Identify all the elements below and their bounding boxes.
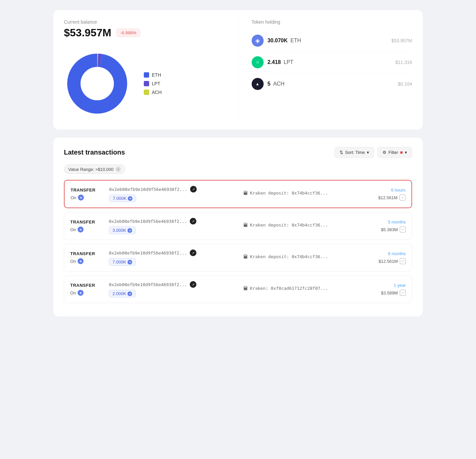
transactions-header: Latest transactions ⇅ Sort: Time ▾ ⚙ Fil… [64,147,412,158]
tx-row-0[interactable]: TRANSFER On ◈ 0x2eb08efb9e10d9f56e46938f… [64,180,412,208]
tx-row-1[interactable]: TRANSFER On ◈ 0x2eb08efb9e10d9f56e46938f… [64,212,412,240]
eth-chain-icon-1: ◈ [78,227,84,232]
lpt-amount: 2.418 LPT [268,59,395,65]
tx-controls: ⇅ Sort: Time ▾ ⚙ Filter ▾ [335,147,412,158]
balance-label: Current balance [64,19,225,25]
eth-chain-icon-2: ◈ [78,258,84,264]
kraken-icon-3: 🏛 [243,286,248,291]
tx-time-3: 1 year [372,283,406,288]
legend-lpt: LPT [144,81,162,86]
eth-amount-icon-2: ◈ [127,260,132,264]
holding-lpt: ⁞⁞ 2.418 LPT $11.316 [252,52,412,73]
filter-chip-label: Value Range: >$10,000 [68,167,114,172]
filter-button[interactable]: ⚙ Filter ▾ [377,147,412,158]
legend-ach: ACH [144,90,162,95]
tx-middle-3: 0x2eb08efb9e10d9f56e46938f2... ↗ 2.000K … [104,281,238,297]
tx-type-0: TRANSFER [71,188,104,193]
sort-icon: ⇅ [340,150,343,155]
kraken-icon-1: 🏛 [243,223,248,228]
filter-active-dot [400,151,403,154]
eth-amount-icon-3: ◈ [127,291,132,296]
filter-chip[interactable]: Value Range: >$10,000 × [64,165,125,174]
tx-middle-0: 0x2eb08efb9e10d9f56e46938f2... ↗ 7.000K … [104,186,238,202]
tx-arrow-icon-3: ↗ [190,281,196,288]
tx-right-3: 1 year $3.589M ↗ [372,283,406,296]
ach-amount: 5 ACH [268,81,398,87]
tx-amount-badge-3: 2.000K ◈ [109,290,136,297]
balance-amount: $53.957M [64,27,111,39]
tx-from-hash-1: 0x2eb08efb9e10d9f56e46938f2... [109,219,187,224]
tx-right-2: 8 months $12.561M ↗ [372,251,406,264]
external-link-icon-0[interactable]: ↗ [399,195,405,201]
tx-time-2: 8 months [372,251,406,256]
eth-legend-label: ETH [152,72,161,78]
tx-left-0: TRANSFER On ◈ [71,188,104,201]
tx-row-2[interactable]: TRANSFER On ◈ 0x2eb08efb9e10d9f56e46938f… [64,244,412,271]
tx-dest-label-0: Kraken deposit: 0x74b4ccf36... [250,191,328,196]
tx-usd-row-1: $5.383M ↗ [372,227,406,232]
donut-chart [64,50,130,117]
tx-dest-label-2: Kraken deposit: 0x74b4ccf36... [250,254,328,259]
lpt-legend-label: LPT [152,81,160,86]
tx-dest-3: 🏛 Kraken: 0xf0cad61712fc28f07... [238,286,372,293]
tx-right-1: 5 months $5.383M ↗ [372,220,406,232]
external-link-icon-3[interactable]: ↗ [400,290,406,296]
filter-chevron-icon: ▾ [405,150,407,155]
tx-usd-value-3: $3.589M [381,290,398,295]
eth-chain-icon-0: ◈ [78,195,84,201]
filter-icon: ⚙ [382,150,386,155]
tx-hash-row-2: 0x2eb08efb9e10d9f56e46938f2... ↗ [109,249,233,256]
tx-dest-1: 🏛 Kraken deposit: 0x74b4ccf36... [238,223,372,230]
tx-row-3[interactable]: TRANSFER On ◈ 0x2eb08efb9e10d9f56e46938f… [64,275,412,303]
eth-amount-icon-1: ◈ [127,228,132,233]
tx-from-hash-0: 0x2eb08efb9e10d9f56e46938f2... [109,187,187,192]
tx-dest-2: 🏛 Kraken deposit: 0x74b4ccf36... [238,254,372,261]
tx-dest-0: 🏛 Kraken deposit: 0x74b4ccf36... [238,191,372,198]
tx-usd-row-2: $12.561M ↗ [372,258,406,264]
tx-amount-row-0: 7.000K ◈ [109,195,233,202]
sort-button[interactable]: ⇅ Sort: Time ▾ [335,147,374,158]
ach-symbol: ACH [273,81,285,87]
tx-arrow-icon-0: ↗ [190,186,197,193]
tx-arrow-icon-2: ↗ [190,249,196,256]
tx-chain-label-0: On [71,195,76,200]
tx-chain-label-3: On [70,290,76,295]
tx-left-1: TRANSFER On ◈ [70,220,104,232]
eth-token-icon: ◈ [252,35,264,47]
ach-color-dot [144,90,149,95]
kraken-icon-0: 🏛 [243,191,248,196]
tx-chain-1: On ◈ [70,227,104,232]
tx-arrow-icon-1: ↗ [190,218,196,225]
tx-amount-badge-0: 7.000K ◈ [109,195,136,202]
tx-middle-2: 0x2eb08efb9e10d9f56e46938f2... ↗ 7.000K … [104,249,238,266]
eth-chain-icon-3: ◈ [78,290,84,296]
tx-dest-label-3: Kraken: 0xf0cad61712fc28f07... [250,286,328,291]
tx-hash-row-1: 0x2eb08efb9e10d9f56e46938f2... ↗ [109,218,233,225]
tx-hash-row-3: 0x2eb08efb9e10d9f56e46938f2... ↗ [109,281,233,288]
tx-from-hash-2: 0x2eb08efb9e10d9f56e46938f2... [109,250,187,255]
ach-token-icon: ▲ [252,78,264,90]
external-link-icon-2[interactable]: ↗ [400,258,406,264]
tx-type-3: TRANSFER [70,283,104,288]
tx-type-2: TRANSFER [70,251,104,256]
filter-chip-close-icon[interactable]: × [116,167,121,172]
kraken-icon-2: 🏛 [243,254,248,259]
tx-amount-badge-2: 7.000K ◈ [109,258,136,266]
chart-area: ETH LPT ACH [64,47,225,120]
eth-symbol: ETH [290,38,301,43]
tx-chain-label-1: On [70,227,76,232]
tx-left-3: TRANSFER On ◈ [70,283,104,296]
sort-label: Sort: Time [345,150,365,155]
lpt-symbol: LPT [284,59,293,65]
tx-left-2: TRANSFER On ◈ [70,251,104,264]
tx-type-1: TRANSFER [70,220,104,225]
tx-amount-row-3: 2.000K ◈ [109,290,233,297]
svg-point-4 [81,67,114,100]
tx-dest-row-1: 🏛 Kraken deposit: 0x74b4ccf36... [243,223,367,228]
external-link-icon-1[interactable]: ↗ [400,227,406,232]
lpt-value: $11.316 [395,60,412,65]
filter-label: Filter [388,150,398,155]
eth-value: $53.957M [391,38,412,43]
tx-hash-row-0: 0x2eb08efb9e10d9f56e46938f2... ↗ [109,186,233,193]
legend: ETH LPT ACH [144,72,162,95]
